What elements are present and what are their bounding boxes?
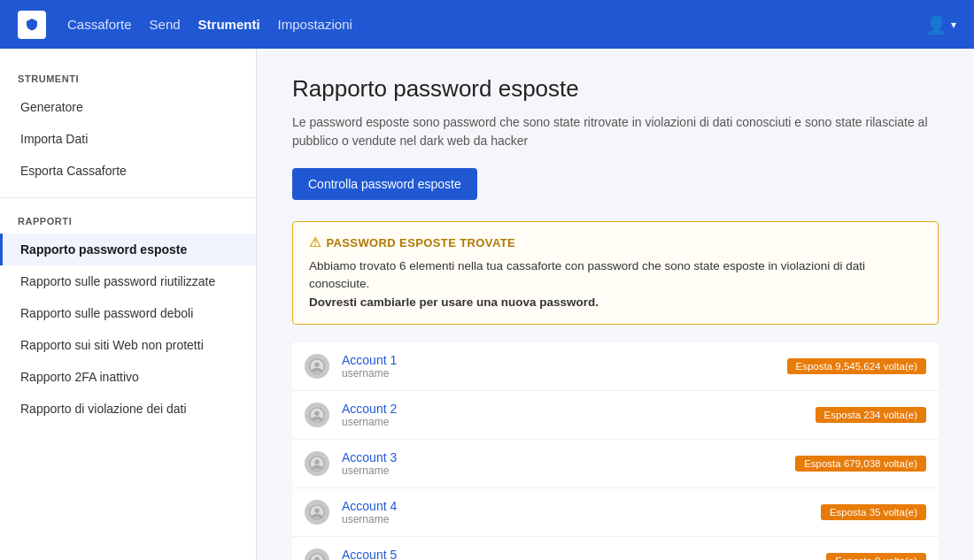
exposure-badge: Esposta 9 volta(e) <box>826 553 926 560</box>
user-menu[interactable]: 👤 ▾ <box>925 14 956 35</box>
account-info: Account 5 username <box>342 548 814 560</box>
sidebar-divider <box>0 197 256 198</box>
account-username: username <box>342 367 775 380</box>
sidebar-item-esporta[interactable]: Esporta Cassaforte <box>0 155 256 187</box>
account-username: username <box>342 513 808 525</box>
nav-impostazioni[interactable]: Impostazioni <box>278 13 352 35</box>
account-list: Account 1 username Esposta 9,545,624 vol… <box>292 342 939 560</box>
exposure-badge: Esposta 234 volta(e) <box>816 407 926 423</box>
warning-box: ⚠ PASSWORD ESPOSTE TROVATE Abbiamo trova… <box>292 221 939 325</box>
nav-links: Cassaforte Send Strumenti Impostazioni <box>67 13 904 35</box>
account-icon <box>305 451 329 476</box>
warning-title: ⚠ PASSWORD ESPOSTE TROVATE <box>309 234 922 250</box>
account-icon <box>305 403 329 427</box>
sidebar-item-password-riutilizzate[interactable]: Rapporto sulle password riutilizzate <box>0 265 256 297</box>
account-row: Account 1 username Esposta 9,545,624 vol… <box>292 342 939 391</box>
nav-cassaforte[interactable]: Cassaforte <box>67 13 132 35</box>
warning-body: Abbiamo trovato 6 elementi nella tua cas… <box>309 257 922 311</box>
exposure-badge: Esposta 9,545,624 volta(e) <box>787 358 926 374</box>
exposure-badge: Esposta 35 volta(e) <box>821 504 926 520</box>
app-layout: STRUMENTI Generatore Importa Dati Esport… <box>0 49 974 560</box>
sidebar: STRUMENTI Generatore Importa Dati Esport… <box>0 49 257 560</box>
sidebar-item-password-esposte[interactable]: Rapporto password esposte <box>0 234 256 265</box>
account-info: Account 4 username <box>342 499 808 525</box>
account-name[interactable]: Account 3 <box>342 450 783 464</box>
account-icon <box>305 548 329 560</box>
nav-send[interactable]: Send <box>150 13 181 35</box>
account-name[interactable]: Account 5 <box>342 548 814 560</box>
svg-point-5 <box>314 459 319 464</box>
account-icon <box>305 354 329 379</box>
user-icon: 👤 <box>925 14 947 35</box>
nav-strumenti[interactable]: Strumenti <box>198 13 260 35</box>
sidebar-item-password-deboli[interactable]: Rapporto sulle password deboli <box>0 297 256 329</box>
tools-section-title: STRUMENTI <box>0 66 256 91</box>
account-name[interactable]: Account 2 <box>342 402 803 416</box>
account-row: Account 2 username Esposta 234 volta(e) <box>292 391 939 440</box>
account-username: username <box>342 464 783 477</box>
account-info: Account 3 username <box>342 450 783 477</box>
brand-logo <box>18 11 46 39</box>
account-info: Account 1 username <box>342 353 775 380</box>
account-row: Account 5 username Esposta 9 volta(e) <box>292 537 939 560</box>
warning-icon: ⚠ <box>309 234 321 250</box>
svg-point-7 <box>314 508 319 512</box>
exposure-badge: Esposta 679,038 volta(e) <box>795 456 926 472</box>
top-navigation: Cassaforte Send Strumenti Impostazioni 👤… <box>0 0 974 49</box>
sidebar-item-importa[interactable]: Importa Dati <box>0 123 256 155</box>
account-username: username <box>342 416 803 428</box>
account-info: Account 2 username <box>342 402 803 428</box>
account-icon <box>305 500 329 525</box>
main-content: Rapporto password esposte Le password es… <box>257 49 974 560</box>
reports-section-title: RAPPORTI <box>0 209 256 234</box>
sidebar-item-violazione-dati[interactable]: Rapporto di violazione dei dati <box>0 393 256 425</box>
account-row: Account 4 username Esposta 35 volta(e) <box>292 488 939 537</box>
account-name[interactable]: Account 1 <box>342 353 775 367</box>
sidebar-item-2fa-inattivo[interactable]: Rapporto 2FA inattivo <box>0 361 256 393</box>
svg-point-3 <box>314 410 319 415</box>
check-exposed-passwords-button[interactable]: Controlla password esposte <box>292 168 477 200</box>
page-title: Rapporto password esposte <box>292 75 939 103</box>
page-description: Le password esposte sono password che so… <box>292 113 939 150</box>
sidebar-item-siti-non-protetti[interactable]: Rapporto sui siti Web non protetti <box>0 329 256 361</box>
account-row: Account 3 username Esposta 679,038 volta… <box>292 440 939 488</box>
chevron-down-icon: ▾ <box>951 19 956 31</box>
svg-point-1 <box>314 362 319 366</box>
account-name[interactable]: Account 4 <box>342 499 808 513</box>
sidebar-item-generatore[interactable]: Generatore <box>0 91 256 123</box>
